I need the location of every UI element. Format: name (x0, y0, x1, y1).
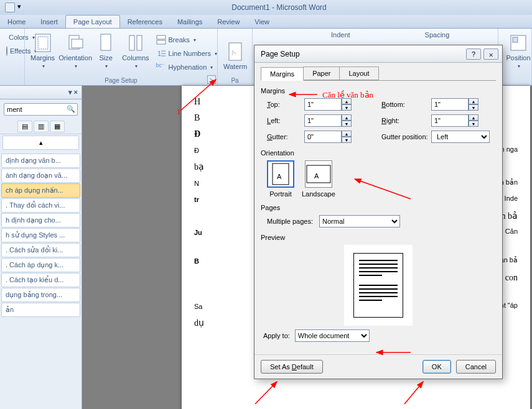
tab-home[interactable]: Home (0, 16, 33, 28)
gutter-pos-select[interactable]: Left (431, 131, 490, 143)
close-button[interactable]: ⨉ (483, 48, 498, 60)
tab-insert[interactable]: Insert (33, 16, 65, 28)
tab-view[interactable]: View (247, 16, 277, 28)
breaks-icon (156, 35, 166, 45)
colors-button[interactable]: Colors▾ (4, 31, 21, 44)
right-input[interactable] (431, 114, 469, 127)
tab-references[interactable]: References (120, 16, 170, 28)
columns-button[interactable]: Columns▾ (120, 31, 151, 72)
preview-page-icon (353, 253, 403, 318)
preview-box (344, 245, 413, 326)
margins-button[interactable]: Margins▾ (29, 31, 57, 72)
preview-section-label: Preview (261, 234, 496, 241)
tab-page-layout[interactable]: Page Layout (65, 15, 120, 28)
nav-tabs: ▤ ▥ ▦ (0, 119, 82, 134)
left-input[interactable] (304, 114, 342, 127)
bottom-input[interactable] (431, 98, 469, 111)
watermark-button[interactable]: A Waterm (222, 31, 249, 72)
columns-icon (126, 33, 146, 53)
nav-close-icon[interactable]: ▾ × (68, 88, 78, 96)
tab-review[interactable]: Review (210, 16, 247, 28)
left-label: Left: (267, 117, 304, 124)
nav-item[interactable]: ành dạng đoạn vă... (1, 168, 80, 183)
dialog-titlebar[interactable]: Page Setup ? ⨉ (254, 45, 502, 63)
portrait-icon: A (267, 160, 294, 188)
svg-rect-3 (72, 39, 83, 48)
right-label: Right: (381, 117, 431, 124)
search-icon[interactable]: 🔍 (67, 105, 75, 113)
nav-collapse-icon[interactable]: ▴ (2, 136, 79, 150)
svg-text:A: A (314, 172, 319, 180)
nav-item[interactable]: dụng bảng trong... (1, 288, 80, 302)
gutter-input[interactable] (304, 131, 342, 143)
position-button[interactable]: Position▾ (502, 31, 532, 72)
tab-paper[interactable]: Paper (303, 67, 340, 80)
left-spin-up[interactable]: ▲ (342, 114, 352, 121)
cancel-button[interactable]: Cancel (456, 360, 496, 374)
qat-dropdown[interactable]: ▾ (17, 2, 24, 12)
nav-item[interactable]: . Cách áp dụng k... (1, 258, 80, 272)
page-setup-group-label: Page Setup (29, 76, 213, 84)
watermark-icon: A (225, 42, 245, 62)
landscape-icon: A (305, 160, 332, 188)
size-button[interactable]: Size▾ (94, 31, 118, 72)
nav-item[interactable]: ch áp dụng nhấn... (1, 183, 80, 198)
landscape-button[interactable]: A Landscape (302, 160, 335, 198)
size-icon (96, 33, 116, 53)
help-button[interactable]: ? (466, 48, 481, 60)
set-default-button[interactable]: Set As Default (261, 360, 323, 374)
page-setup-launcher[interactable]: ↘ (207, 75, 216, 84)
nav-item[interactable]: h định dạng cho... (1, 213, 80, 227)
top-spin-up[interactable]: ▲ (342, 98, 352, 104)
gutter-spin-up[interactable]: ▲ (342, 131, 352, 137)
gutter-spin-down[interactable]: ▼ (342, 137, 352, 143)
nav-item[interactable]: . Thay đổi cách vi... (1, 198, 80, 213)
orientation-icon (65, 33, 85, 53)
dialog-tabs: Margins Paper Layout (261, 67, 496, 81)
left-spin-down[interactable]: ▼ (342, 121, 352, 127)
right-spin-down[interactable]: ▼ (469, 121, 478, 127)
nav-header: ▾ × (0, 86, 82, 99)
margins-section-label: Margins (261, 87, 496, 94)
right-spin-up[interactable]: ▲ (469, 114, 478, 121)
gutter-pos-label: Gutter position: (381, 133, 431, 140)
navigation-pane: ▾ × 🔍 ▤ ▥ ▦ ▴ định dạng văn b...ành dạng… (0, 86, 82, 409)
multiple-pages-select[interactable]: Normal (319, 215, 400, 227)
tab-mailings[interactable]: Mailings (170, 16, 210, 28)
ribbon-tabs: Home Insert Page Layout References Maili… (0, 15, 532, 29)
window-title: Document1 - Microsoft Word (26, 3, 532, 12)
tab-margins[interactable]: Margins (261, 67, 304, 81)
bottom-spin-down[interactable]: ▼ (469, 104, 478, 111)
nav-tab-headings[interactable]: ▤ (17, 121, 32, 132)
apply-to-select[interactable]: Whole document (295, 329, 370, 342)
nav-tab-results[interactable]: ▦ (50, 121, 65, 132)
hyphenation-button[interactable]: bc⁻Hyphenation▾ (154, 61, 220, 73)
svg-text:1: 1 (157, 50, 161, 57)
tab-layout[interactable]: Layout (339, 67, 378, 80)
svg-rect-5 (129, 35, 134, 50)
nav-item[interactable]: định dạng văn b... (1, 154, 80, 168)
titlebar: ▾ Document1 - Microsoft Word (0, 0, 532, 15)
nav-item[interactable]: ản (1, 303, 80, 317)
apply-to-label: Apply to: (263, 332, 290, 339)
svg-rect-4 (101, 34, 111, 50)
portrait-button[interactable]: A Portrait (267, 160, 294, 198)
svg-rect-16 (513, 37, 518, 42)
orientation-section-label: Orientation (261, 149, 496, 157)
line-numbers-button[interactable]: 1Line Numbers▾ (154, 47, 220, 60)
hyphenation-icon: bc⁻ (156, 62, 166, 72)
qat-save-icon[interactable] (5, 2, 15, 12)
nav-item[interactable]: . Cách sửa đổi ki... (1, 243, 80, 257)
ok-button[interactable]: OK (422, 360, 451, 374)
bottom-spin-up[interactable]: ▲ (469, 98, 478, 104)
position-icon (508, 33, 528, 53)
nav-item[interactable]: . Cách tạo kiểu d... (1, 273, 80, 287)
nav-tab-pages[interactable]: ▥ (34, 121, 49, 132)
top-input[interactable] (304, 98, 342, 111)
breaks-button[interactable]: Breaks▾ (154, 34, 220, 46)
dialog-title: Page Setup (258, 50, 464, 58)
orientation-button[interactable]: Orientation▾ (59, 31, 91, 72)
top-spin-down[interactable]: ▼ (342, 104, 352, 111)
effects-button[interactable]: Effects▾ (4, 45, 21, 57)
nav-item[interactable]: h sử dụng Styles ... (1, 228, 80, 242)
